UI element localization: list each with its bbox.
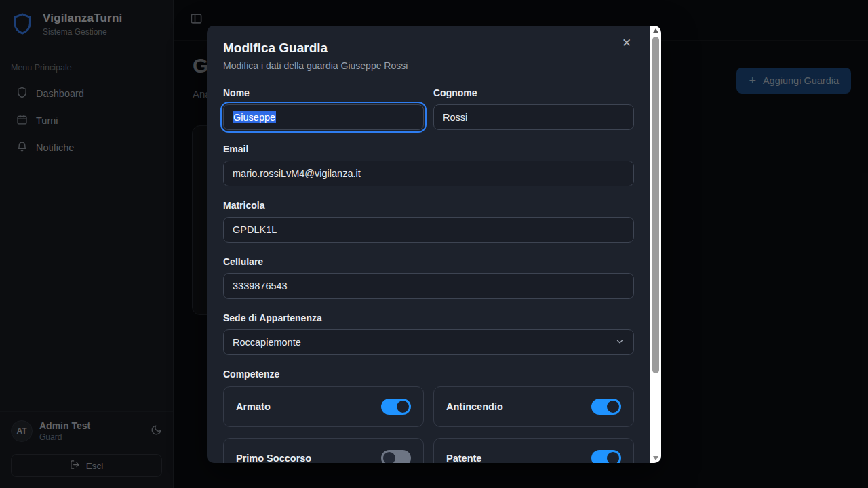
- toggle-knob: [397, 401, 409, 413]
- toggle-label: Primo Soccorso: [236, 453, 311, 463]
- scrollbar-thumb[interactable]: [652, 37, 659, 373]
- nome-field[interactable]: Giuseppe: [223, 104, 424, 130]
- primo-soccorso-toggle[interactable]: [381, 450, 411, 463]
- edit-guard-modal: ✕ Modifica Guardia Modifica i dati della…: [207, 26, 661, 463]
- email-label: Email: [223, 144, 634, 155]
- cellulare-label: Cellulare: [223, 256, 634, 267]
- toggle-knob: [607, 452, 619, 463]
- cognome-label: Cognome: [433, 87, 634, 98]
- toggle-label: Patente: [446, 453, 481, 463]
- close-icon[interactable]: ✕: [619, 35, 634, 50]
- competenze-label: Competenze: [223, 369, 634, 380]
- toggle-knob: [383, 452, 395, 463]
- toggle-label: Armato: [236, 401, 271, 412]
- sede-label: Sede di Appartenenza: [223, 312, 634, 323]
- toggle-card-armato: Armato: [223, 386, 424, 427]
- antincendio-toggle[interactable]: [591, 399, 621, 415]
- modal-title: Modifica Guardia: [223, 41, 634, 56]
- toggle-knob: [607, 401, 619, 413]
- patente-toggle[interactable]: [591, 450, 621, 463]
- email-field[interactable]: [223, 161, 634, 186]
- modal-scrollbar[interactable]: [650, 26, 661, 463]
- toggle-card-patente: Patente: [433, 438, 634, 463]
- matricola-label: Matricola: [223, 200, 634, 211]
- cellulare-field[interactable]: [223, 273, 634, 299]
- toggle-card-primo-soccorso: Primo Soccorso: [223, 438, 424, 463]
- cognome-field[interactable]: [433, 104, 634, 130]
- sede-selected-value: Roccapiemonte: [233, 337, 301, 348]
- nome-label: Nome: [223, 87, 424, 98]
- matricola-field[interactable]: [223, 217, 634, 243]
- sede-select[interactable]: Roccapiemonte: [223, 329, 634, 355]
- chevron-down-icon: [615, 337, 625, 348]
- modal-subtitle: Modifica i dati della guardia Giuseppe R…: [223, 60, 634, 71]
- armato-toggle[interactable]: [381, 399, 411, 415]
- toggle-label: Antincendio: [446, 401, 503, 412]
- nome-selected-text: Giuseppe: [233, 111, 276, 123]
- toggle-card-antincendio: Antincendio: [433, 386, 634, 427]
